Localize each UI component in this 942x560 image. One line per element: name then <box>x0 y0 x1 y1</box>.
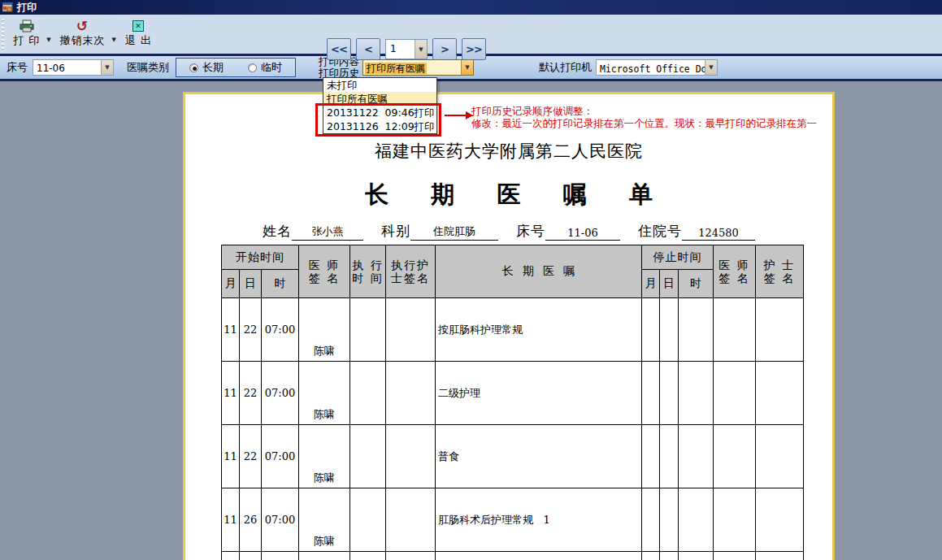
order-table-row: 11 22 07:00 陈啸 二级护理 <box>222 362 804 425</box>
stop-hour-cell <box>679 488 714 552</box>
stop-month-cell <box>642 362 660 425</box>
bed-combo-arrow-icon[interactable]: ▼ <box>101 60 113 75</box>
prev-page-button[interactable]: < <box>356 38 380 60</box>
stop-doctor-sign-cell <box>714 425 756 488</box>
order-table-row: 11 22 07:00 陈啸 按肛肠科护理常规 <box>222 298 804 362</box>
annotation-text: 打印历史记录顺序做调整： 修改：最近一次的打印记录排在第一个位置。现状：最早打印… <box>471 106 817 129</box>
default-printer-value: Microsoft Office Doc <box>597 60 705 75</box>
header-exec-time: 执 行 时 间 <box>350 245 386 298</box>
header-stop-month: 月 <box>642 270 660 298</box>
stop-day-cell <box>660 552 679 560</box>
order-table-row: 11 22 07:00 陈啸 普食 <box>222 425 804 488</box>
exec-time-cell <box>350 425 386 488</box>
undo-dropdown-arrow[interactable]: ▼ <box>112 17 119 43</box>
print-history-combo-value: 打印所有医嘱 <box>365 63 427 74</box>
order-text-cell: 一级护理 1 <box>436 552 642 560</box>
toolbar-grip[interactable] <box>2 19 4 50</box>
print-button-label: 打 印 <box>13 34 40 47</box>
header-exec-nurse-sign: 执行护 士签名 <box>386 245 436 298</box>
print-history-combo-arrow-icon[interactable]: ▼ <box>461 60 473 75</box>
header-start-time: 开始时间 <box>222 245 299 270</box>
stop-nurse-sign-cell <box>756 362 804 425</box>
stop-day-cell <box>660 298 679 362</box>
stop-hour-cell <box>679 298 714 362</box>
patient-bed-label: 床号 <box>516 222 545 241</box>
start-month-cell: 11 <box>222 298 240 362</box>
patient-name-label: 姓名 <box>263 222 292 241</box>
start-day-cell: 26 <box>240 552 262 560</box>
print-history-combo[interactable]: 打印所有医嘱 ▼ <box>362 59 474 76</box>
header-start-month: 月 <box>222 270 240 298</box>
start-month-cell: 11 <box>222 488 240 552</box>
start-hour-cell: 07:00 <box>262 362 299 425</box>
header-long-term-order: 长期医嘱 <box>436 245 642 298</box>
stop-doctor-sign-cell <box>714 488 756 552</box>
exec-nurse-cell <box>386 488 436 552</box>
page-number-value: 1 <box>386 40 415 59</box>
order-table: 开始时间 医 师 签 名 执 行 时 间 执行护 士签名 <box>221 245 804 560</box>
header-start-hour: 时 <box>262 270 299 298</box>
stop-month-cell <box>642 488 660 552</box>
exec-time-cell <box>350 552 386 560</box>
default-printer-combo[interactable]: Microsoft Office Doc ▼ <box>596 59 718 76</box>
doctor-sign-cell: 陈啸 <box>299 362 350 425</box>
dropdown-item[interactable]: 未打印 <box>323 78 436 92</box>
header-nurse-sign: 护 士 签 名 <box>756 245 804 298</box>
stop-hour-cell <box>679 362 714 425</box>
page-combo-arrow-icon[interactable]: ▼ <box>415 40 427 59</box>
start-month-cell: 11 <box>222 425 240 488</box>
patient-bed-value: 11-06 <box>545 227 620 241</box>
dropdown-item[interactable]: 20131126 12:09打印 <box>323 119 436 133</box>
print-button[interactable]: 打 印 <box>10 17 43 48</box>
undo-icon: ↺ <box>76 20 89 33</box>
bed-combo[interactable]: 11-06 ▼ <box>33 59 114 76</box>
order-text-cell: 二级护理 <box>436 362 642 425</box>
header-start-day: 日 <box>240 270 262 298</box>
hospital-name: 福建中医药大学附属第二人民医院 <box>185 140 832 163</box>
start-hour-cell: 07:00 <box>262 552 299 560</box>
radio-long-term-icon <box>189 63 198 72</box>
document-title: 长期医嘱单 <box>185 179 832 211</box>
undo-last-button[interactable]: ↺ 撤销末次 <box>57 17 109 48</box>
stop-doctor-sign-cell <box>714 552 756 560</box>
stop-nurse-sign-cell <box>756 488 804 552</box>
order-table-row: 11 26 07:00 陈啸 一级护理 1 <box>222 552 804 560</box>
radio-temporary[interactable]: 临时 <box>248 60 282 75</box>
undo-last-label: 撤销末次 <box>60 34 106 47</box>
printer-combo-arrow-icon[interactable]: ▼ <box>705 60 717 75</box>
start-day-cell: 22 <box>240 362 262 425</box>
next-page-button[interactable]: > <box>432 38 457 60</box>
first-page-button[interactable]: << <box>327 38 351 60</box>
print-dropdown-arrow[interactable]: ▼ <box>46 17 53 43</box>
print-window: 打印 打 印 ▼ ↺ 撤销末次 ▼ <box>0 0 942 560</box>
dropdown-item[interactable]: 20131122 09:46打印 <box>323 106 436 119</box>
stop-month-cell <box>642 425 660 488</box>
start-hour-cell: 07:00 <box>262 298 299 362</box>
toolbar: 打 印 ▼ ↺ 撤销末次 ▼ ✕ 退 出 << < 1 ▼ > >> <box>0 15 942 54</box>
doctor-sign-cell: 陈啸 <box>299 552 350 560</box>
patient-admission-label: 住院号 <box>638 222 682 241</box>
stop-day-cell <box>660 488 679 552</box>
print-history-dropdown: 未打印 打印所有医嘱 20131122 09:46打印 20131126 12:… <box>323 77 437 134</box>
printer-icon <box>20 18 34 34</box>
exit-button-label: 退 出 <box>125 34 152 47</box>
exec-nurse-cell <box>386 298 436 362</box>
patient-admission-value: 124580 <box>682 227 755 241</box>
dropdown-item[interactable]: 打印所有医嘱 <box>323 92 436 106</box>
exec-time-cell <box>350 362 386 425</box>
stop-nurse-sign-cell <box>756 552 804 560</box>
annotation-line-1: 打印历史记录顺序做调整： <box>471 106 817 118</box>
radio-long-term[interactable]: 长期 <box>189 60 224 75</box>
start-hour-cell: 07:00 <box>262 425 299 488</box>
last-page-button[interactable]: >> <box>462 38 486 60</box>
document-page: 福建中医药大学附属第二人民医院 长期医嘱单 姓名 张小燕 科别 住院肛肠 床号 … <box>183 92 835 560</box>
exit-button[interactable]: ✕ 退 出 <box>122 17 155 48</box>
start-day-cell: 26 <box>240 488 262 552</box>
radio-temporary-label: 临时 <box>261 60 282 75</box>
exec-time-cell <box>350 298 386 362</box>
page-number-combo[interactable]: 1 ▼ <box>385 39 428 59</box>
stop-doctor-sign-cell <box>714 298 756 362</box>
order-text-cell: 按肛肠科护理常规 <box>436 298 642 362</box>
stop-nurse-sign-cell <box>756 298 804 362</box>
exec-nurse-cell <box>386 362 436 425</box>
